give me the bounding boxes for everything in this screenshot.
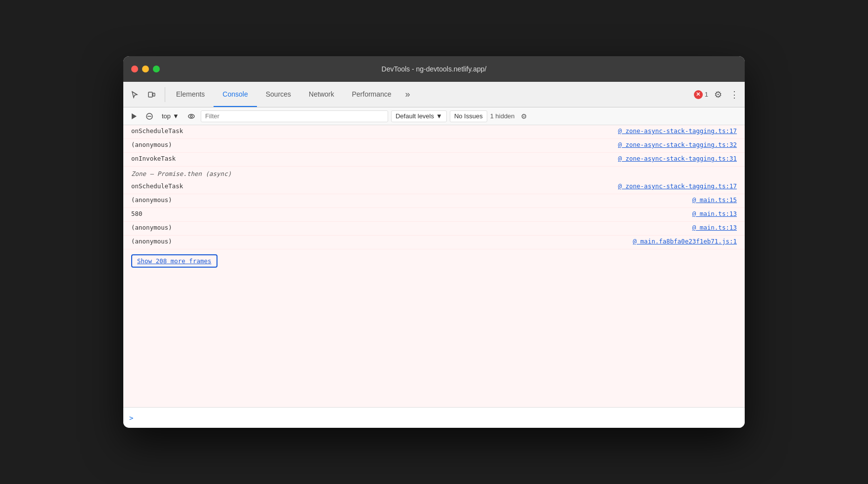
- svg-marker-2: [132, 113, 137, 119]
- log-text: (anonymous): [131, 238, 172, 245]
- main-toolbar: Elements Console Sources Network Perform…: [123, 82, 745, 107]
- tab-console[interactable]: Console: [214, 82, 256, 107]
- log-row: 580 @ main.ts:13: [123, 208, 745, 222]
- error-count-button[interactable]: ✕ 1: [694, 90, 708, 99]
- log-row: (anonymous) @ zone-async-stack-tagging.t…: [123, 139, 745, 153]
- console-log-content: onScheduleTask @ zone-async-stack-taggin…: [123, 125, 745, 407]
- tab-performance[interactable]: Performance: [343, 82, 400, 107]
- log-row: (anonymous) @ main.ts:15: [123, 194, 745, 208]
- console-input-row: >: [123, 407, 745, 428]
- hidden-count: 1 hidden: [490, 112, 515, 120]
- log-text: (anonymous): [131, 196, 172, 204]
- run-button[interactable]: [127, 110, 140, 123]
- tab-network[interactable]: Network: [300, 82, 343, 107]
- toolbar-icon-group: [127, 87, 165, 102]
- context-selector[interactable]: top ▼: [159, 111, 182, 121]
- log-text: onScheduleTask: [131, 127, 183, 135]
- tab-sources[interactable]: Sources: [257, 82, 300, 107]
- log-source-link[interactable]: @ main.fa8bfa0e23f1eb71.js:1: [633, 238, 737, 245]
- console-input[interactable]: [137, 414, 739, 421]
- log-source-link[interactable]: @ main.ts:13: [692, 210, 737, 217]
- toolbar-right: ✕ 1 ⚙ ⋮: [694, 87, 741, 102]
- tab-elements[interactable]: Elements: [167, 82, 214, 107]
- show-frames-row: Show 208 more frames: [123, 249, 745, 273]
- eye-button[interactable]: [185, 110, 198, 123]
- log-row: onScheduleTask @ zone-async-stack-taggin…: [123, 125, 745, 139]
- error-icon: ✕: [694, 90, 703, 99]
- more-options-button[interactable]: ⋮: [728, 87, 741, 102]
- no-issues-button[interactable]: No Issues: [450, 110, 487, 122]
- title-bar: DevTools - ng-devtools.netlify.app/: [123, 56, 745, 82]
- log-row: onScheduleTask @ zone-async-stack-taggin…: [123, 180, 745, 194]
- log-source-link[interactable]: @ zone-async-stack-tagging.ts:31: [618, 155, 737, 162]
- console-toolbar: top ▼ Default levels ▼ No Issues 1 hidde…: [123, 107, 745, 125]
- device-toolbar-button[interactable]: [144, 87, 159, 102]
- maximize-button[interactable]: [153, 66, 160, 72]
- log-source-link[interactable]: @ zone-async-stack-tagging.ts:17: [618, 182, 737, 190]
- svg-point-6: [190, 115, 192, 117]
- log-row: onInvokeTask @ zone-async-stack-tagging.…: [123, 153, 745, 167]
- window-title: DevTools - ng-devtools.netlify.app/: [382, 65, 487, 73]
- inspect-element-button[interactable]: [127, 87, 142, 102]
- log-levels-button[interactable]: Default levels ▼: [391, 110, 447, 122]
- log-text: (anonymous): [131, 224, 172, 231]
- log-text: (anonymous): [131, 141, 172, 148]
- traffic-lights: [131, 66, 160, 72]
- tabs: Elements Console Sources Network Perform…: [167, 82, 694, 107]
- log-area: onScheduleTask @ zone-async-stack-taggin…: [123, 125, 745, 273]
- log-row: (anonymous) @ main.fa8bfa0e23f1eb71.js:1: [123, 236, 745, 249]
- console-panel: top ▼ Default levels ▼ No Issues 1 hidde…: [123, 107, 745, 428]
- log-text: 580: [131, 210, 143, 217]
- prompt-symbol: >: [129, 414, 133, 422]
- log-source-link[interactable]: @ zone-async-stack-tagging.ts:17: [618, 127, 737, 135]
- log-text: onInvokeTask: [131, 155, 176, 162]
- log-source-link[interactable]: @ main.ts:15: [692, 196, 737, 204]
- log-source-link[interactable]: @ zone-async-stack-tagging.ts:32: [618, 141, 737, 148]
- settings-button[interactable]: ⚙: [712, 87, 724, 102]
- log-row: (anonymous) @ main.ts:13: [123, 222, 745, 236]
- devtools-window: DevTools - ng-devtools.netlify.app/ Elem…: [123, 56, 745, 428]
- console-settings-button[interactable]: ⚙: [518, 110, 531, 123]
- minimize-button[interactable]: [142, 66, 149, 72]
- log-text: onScheduleTask: [131, 182, 183, 190]
- clear-console-button[interactable]: [143, 110, 156, 123]
- svg-rect-1: [153, 93, 155, 96]
- show-more-frames-link[interactable]: Show 208 more frames: [131, 254, 217, 268]
- close-button[interactable]: [131, 66, 138, 72]
- async-separator: Zone – Promise.then (async): [123, 167, 745, 180]
- filter-input[interactable]: [201, 110, 388, 122]
- svg-point-5: [188, 114, 194, 118]
- svg-rect-0: [148, 92, 152, 97]
- console-main: onScheduleTask @ zone-async-stack-taggin…: [123, 125, 745, 428]
- more-tabs-button[interactable]: »: [400, 82, 415, 107]
- log-source-link[interactable]: @ main.ts:13: [692, 224, 737, 231]
